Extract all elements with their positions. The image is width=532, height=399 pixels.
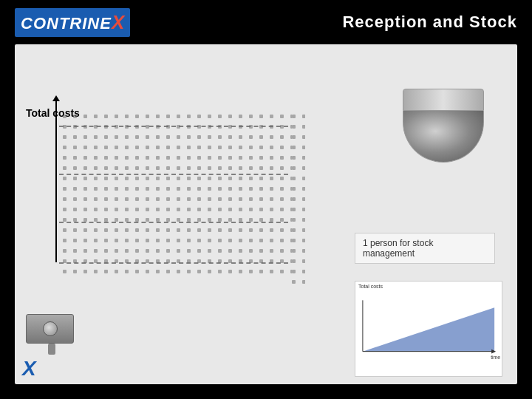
mini-chart-title: Total costs: [355, 282, 502, 289]
sensor-small-body: [26, 314, 74, 344]
dot-grid: [63, 115, 292, 277]
main-content: Total costs: [15, 44, 517, 384]
sensor-lens: [43, 321, 58, 336]
svg-rect-3: [292, 115, 305, 284]
svg-rect-1: [63, 115, 292, 277]
logo-background: CONTRINEX: [15, 8, 130, 37]
mini-chart: Total costs time: [355, 281, 502, 377]
vertical-dot-line: [292, 115, 305, 284]
sensor-shape: [403, 89, 484, 163]
header: CONTRINEX Reception and Stock: [0, 0, 532, 44]
sensor-top: [403, 89, 484, 111]
sensor-bowl: [403, 111, 484, 163]
sensor-small-image: [26, 314, 78, 355]
info-box: 1 person for stock management: [355, 233, 495, 264]
bottom-x-mark: X: [22, 357, 36, 381]
logo-area: CONTRINEX: [15, 8, 130, 37]
svg-text:time: time: [491, 355, 500, 360]
page-title: Reception and Stock: [342, 13, 517, 32]
svg-marker-4: [363, 307, 494, 351]
y-axis-arrow: [55, 100, 57, 262]
logo-x: X: [112, 11, 124, 33]
logo-text: CONTRINE: [21, 14, 112, 33]
mini-chart-svg: time: [355, 289, 502, 363]
sensor-mount: [48, 344, 55, 355]
sensor-bowl-image: [399, 89, 488, 170]
